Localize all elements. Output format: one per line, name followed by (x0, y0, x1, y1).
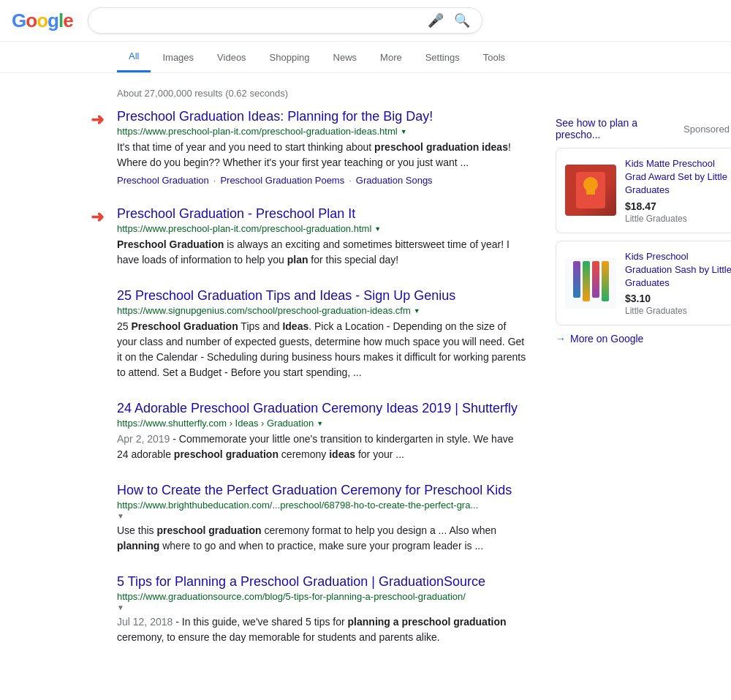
main-content: About 27,000,000 results (0.62 seconds) … (0, 73, 731, 673)
result-title-6[interactable]: 5 Tips for Planning a Preschool Graduati… (117, 574, 526, 590)
product-seller-2: Little Graduates (625, 306, 731, 316)
result-item-5: How to Create the Perfect Graduation Cer… (117, 483, 526, 554)
product-price-2: $3.10 (625, 293, 731, 304)
result-item-6: 5 Tips for Planning a Preschool Graduati… (117, 574, 526, 645)
product-title-1[interactable]: Kids Matte Preschool Grad Award Set by L… (625, 157, 731, 197)
result-snippet-2: Preschool Graduation is always an exciti… (117, 237, 526, 268)
tab-settings[interactable]: Settings (414, 43, 471, 72)
product-title-2[interactable]: Kids Preschool Graduation Sash by Little… (625, 250, 731, 290)
result-url-5: https://www.brighthubeducation.com/...pr… (117, 500, 526, 511)
product-price-1: $18.47 (625, 200, 731, 212)
result-date-4: Apr 2, 2019 (117, 433, 170, 445)
sidebar-header: See how to plan a prescho... Sponsored i (556, 117, 731, 140)
tab-news[interactable]: News (322, 43, 369, 72)
search-icon[interactable]: 🔍 (454, 12, 470, 29)
result-item-3: 25 Preschool Graduation Tips and Ideas -… (117, 288, 526, 380)
search-bar: how to plan a preschool graduation 🎤 🔍 (88, 7, 482, 34)
result-arrow-1: ➜ (91, 110, 104, 129)
sitelink-graduation-songs[interactable]: Graduation Songs (356, 175, 433, 186)
results-column: About 27,000,000 results (0.62 seconds) … (117, 80, 526, 666)
result-snippet-1: It's that time of year and you need to s… (117, 140, 526, 170)
tab-videos[interactable]: Videos (205, 43, 258, 72)
see-how-link[interactable]: See how to plan a prescho... (556, 117, 678, 140)
result-item: ➜ Preschool Graduation Ideas: Planning f… (117, 109, 526, 186)
url-caret-3[interactable]: ▼ (414, 307, 420, 315)
result-url-4: https://www.shutterfly.com › Ideas › Gra… (117, 418, 526, 429)
result-snippet-3: 25 Preschool Graduation Tips and Ideas. … (117, 319, 526, 380)
google-logo[interactable]: Google (12, 10, 73, 32)
tab-images[interactable]: Images (151, 43, 205, 72)
result-url-3: https://www.signupgenius.com/school/pres… (117, 305, 526, 316)
result-title-1[interactable]: Preschool Graduation Ideas: Planning for… (117, 109, 526, 124)
results-count: About 27,000,000 results (0.62 seconds) (117, 80, 526, 109)
more-on-google-link[interactable]: → More on Google (556, 333, 731, 345)
product-info-2: Kids Preschool Graduation Sash by Little… (625, 250, 731, 317)
result-item-2: ➜ Preschool Graduation - Preschool Plan … (117, 206, 526, 268)
result-url-2: https://www.preschool-plan-it.com/presch… (117, 223, 526, 234)
result-arrow-2: ➜ (91, 208, 104, 227)
microphone-icon[interactable]: 🎤 (428, 12, 444, 29)
search-input[interactable]: how to plan a preschool graduation (100, 14, 422, 27)
result-snippet-5: Use this preschool graduation ceremony f… (117, 523, 526, 554)
header: Google how to plan a preschool graduatio… (0, 0, 731, 42)
result-url-1: https://www.preschool-plan-it.com/presch… (117, 126, 526, 137)
result-title-2[interactable]: Preschool Graduation - Preschool Plan It (117, 206, 526, 222)
sitelink-graduation-poems[interactable]: Preschool Graduation Poems (220, 175, 344, 186)
url-caret-2[interactable]: ▼ (374, 225, 381, 233)
nav-tabs: All Images Videos Shopping News More Set… (0, 42, 731, 73)
result-date-6: Jul 12, 2018 (117, 616, 173, 628)
result-snippet-6: Jul 12, 2018 - In this guide, we've shar… (117, 614, 526, 645)
expand-caret-5[interactable]: ▼ (117, 512, 526, 520)
tab-more[interactable]: More (368, 43, 414, 72)
tab-all[interactable]: All (117, 42, 151, 72)
result-snippet-4: Apr 2, 2019 - Commemorate your little on… (117, 432, 526, 462)
url-caret-4[interactable]: ▼ (317, 420, 323, 427)
tab-shopping[interactable]: Shopping (258, 43, 322, 72)
sponsored-label: Sponsored (683, 124, 730, 135)
result-title-4[interactable]: 24 Adorable Preschool Graduation Ceremon… (117, 401, 526, 416)
arrow-right-icon: → (556, 333, 566, 345)
product-info-1: Kids Matte Preschool Grad Award Set by L… (625, 157, 731, 224)
result-url-6: https://www.graduationsource.com/blog/5-… (117, 591, 526, 602)
tab-tools[interactable]: Tools (471, 43, 517, 72)
product-card-1[interactable]: Kids Matte Preschool Grad Award Set by L… (556, 148, 731, 233)
url-caret-1[interactable]: ▼ (401, 128, 407, 135)
product-image-1 (565, 165, 616, 216)
sidebar-column: See how to plan a prescho... Sponsored i… (556, 80, 731, 666)
product-card-2[interactable]: Kids Preschool Graduation Sash by Little… (556, 241, 731, 326)
product-image-2 (565, 257, 616, 309)
result-title-5[interactable]: How to Create the Perfect Graduation Cer… (117, 483, 526, 498)
sitelink-preschool-graduation[interactable]: Preschool Graduation (117, 175, 209, 186)
product-seller-1: Little Graduates (625, 214, 731, 224)
result-title-3[interactable]: 25 Preschool Graduation Tips and Ideas -… (117, 288, 526, 304)
expand-caret-6[interactable]: ▼ (117, 603, 526, 611)
result-sitelinks-1: Preschool Graduation · Preschool Graduat… (117, 175, 526, 186)
result-item-4: 24 Adorable Preschool Graduation Ceremon… (117, 401, 526, 462)
